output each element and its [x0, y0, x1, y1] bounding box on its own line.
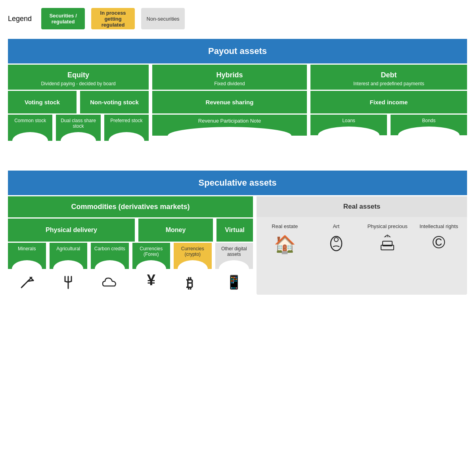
carbon-credits-icon [91, 270, 129, 295]
debt-subcats: Fixed income [310, 91, 467, 113]
currencies-forex: Currencies (Forex) [132, 243, 170, 269]
minerals: Minerals [8, 243, 46, 269]
voting-stock: Voting stock [8, 91, 77, 113]
money-delivery: Money [138, 219, 213, 242]
agricultural: Agricultural [50, 243, 88, 269]
legend-non-securities: Non-securities [141, 8, 185, 29]
forex-icon: ¥ [132, 270, 170, 295]
equity-subcats: Voting stock Non-voting stock [8, 91, 149, 113]
preferred-stock: Preferred stock [104, 115, 149, 141]
equity-leaves: Common stock Dual class share stock Pref… [8, 115, 149, 141]
svg-line-4 [21, 284, 25, 288]
real-estate-icon: 🏠 [260, 231, 310, 259]
bonds: Bonds [391, 115, 467, 135]
real-estate: Real estate 🏠 [260, 220, 310, 262]
svg-point-10 [334, 238, 338, 242]
legend-securities: Securities / regulated [41, 8, 85, 29]
commodity-leaves: Minerals Agricultural Carbon credits Cur… [8, 243, 253, 269]
art: Art [311, 220, 362, 262]
intellectual-rights: Intellectual rights © [414, 220, 464, 262]
hybrids-column: Hybrids Fixed dividend Revenue sharing R… [152, 65, 307, 161]
svg-line-3 [28, 280, 33, 281]
crypto-icon: ₿ [174, 270, 212, 295]
payout-header: Payout assets [8, 39, 467, 63]
real-assets-header: Real assets [257, 196, 467, 217]
speculative-header: Speculative assets [8, 171, 467, 195]
commodity-icons: ¥ ₿ 📱 [8, 270, 253, 295]
currencies-crypto: Currencies (crypto) [174, 243, 212, 269]
common-stock: Common stock [8, 115, 52, 141]
art-icon [311, 231, 362, 262]
non-voting-stock: Non-voting stock [80, 91, 149, 113]
legend: Legend Securities / regulated In process… [8, 8, 467, 29]
commodities-header: Commodities (derivatives markets) [8, 196, 253, 217]
minerals-icon [8, 270, 46, 295]
debt-header: Debt Interest and predefined payments [310, 65, 467, 90]
payout-section: Payout assets Equity Dividend paying - d… [8, 39, 467, 161]
equity-column: Equity Dividend paying - decided by boar… [8, 65, 149, 161]
speculative-grid: Commodities (derivatives markets) Physic… [8, 196, 467, 295]
debt-column: Debt Interest and predefined payments Fi… [310, 65, 467, 161]
physical-delivery: Physical delivery [8, 219, 135, 242]
physical-precious: Physical precious [362, 220, 413, 262]
delivery-row: Physical delivery Money Virtual [8, 219, 253, 242]
revenue-sharing: Revenue sharing [152, 91, 307, 113]
revenue-participation-note: Revenue Participation Note [152, 115, 307, 136]
dual-class-share: Dual class share stock [56, 115, 100, 141]
physical-precious-icon [362, 231, 413, 262]
virtual-delivery: Virtual [216, 219, 253, 242]
hybrids-subcats: Revenue sharing [152, 91, 307, 113]
real-assets-grid: Real estate 🏠 Art [257, 217, 467, 265]
copyright-icon: © [414, 231, 464, 255]
svg-point-9 [331, 236, 342, 251]
real-assets-section: Real assets Real estate 🏠 Art [257, 196, 467, 295]
hybrids-header: Hybrids Fixed dividend [152, 65, 307, 90]
other-digital: Other digital assets [215, 243, 253, 269]
loans: Loans [310, 115, 387, 135]
legend-in-process: In process getting regulated [91, 8, 135, 29]
equity-header: Equity Dividend paying - decided by boar… [8, 65, 149, 90]
fixed-income: Fixed income [310, 91, 467, 113]
svg-text:₿: ₿ [186, 276, 193, 290]
carbon-credits: Carbon credits [91, 243, 129, 269]
agricultural-icon [50, 270, 88, 295]
speculative-section: Speculative assets Commodities (derivati… [8, 171, 467, 295]
debt-leaves: Loans Bonds [310, 115, 467, 135]
legend-title: Legend [8, 15, 32, 23]
digital-assets-icon: 📱 [215, 270, 253, 295]
commodities-section: Commodities (derivatives markets) Physic… [8, 196, 253, 295]
hybrids-leaves: Revenue Participation Note [152, 115, 307, 136]
